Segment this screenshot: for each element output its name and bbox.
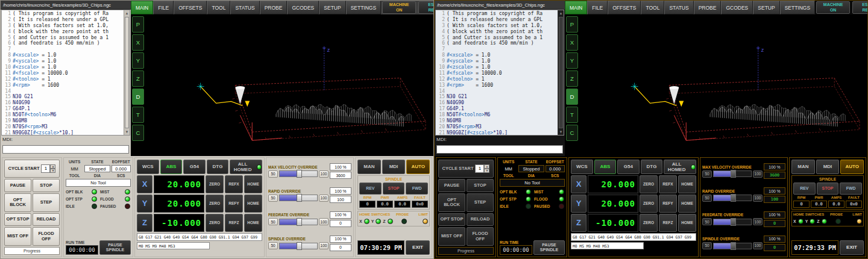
spindle-rev-button[interactable]: REV: [359, 183, 382, 195]
feedrate-min-button[interactable]: 50: [268, 218, 278, 225]
opt-stop-button[interactable]: OPT STOP: [4, 213, 31, 226]
y-home-button[interactable]: HOME: [244, 195, 262, 213]
spindle-slider[interactable]: [279, 243, 318, 249]
view-tool-button[interactable]: T: [566, 107, 578, 123]
max-velocity-max-button[interactable]: 100: [753, 170, 763, 178]
reload-button[interactable]: RELOAD: [467, 213, 494, 226]
y-zero-button[interactable]: ZERO: [206, 195, 224, 213]
feedrate-min-button[interactable]: 50: [702, 218, 712, 225]
x-zero-button[interactable]: ZERO: [640, 175, 658, 193]
y-home-button[interactable]: HOME: [678, 195, 696, 213]
menu-gcodes[interactable]: GCODES: [721, 1, 753, 14]
slider-handle[interactable]: [297, 170, 302, 178]
slider-handle[interactable]: [731, 242, 736, 250]
rapid-max-button[interactable]: 100: [753, 195, 763, 202]
menu-settings[interactable]: SETTINGS: [780, 1, 816, 14]
dtg-button[interactable]: DTG: [641, 160, 663, 174]
menu-file[interactable]: FILE: [587, 1, 608, 14]
spin-down-icon[interactable]: ▼: [484, 169, 489, 173]
z-home-button[interactable]: HOME: [678, 214, 696, 232]
scroll-thumb[interactable]: [559, 17, 563, 128]
exit-button[interactable]: EXIT: [406, 240, 430, 255]
scroll-down-icon[interactable]: ▼: [124, 129, 130, 135]
reload-button[interactable]: RELOAD: [33, 213, 60, 226]
view-z-button[interactable]: Z: [132, 70, 144, 87]
mdi-input[interactable]: [2, 145, 129, 154]
z-zero-button[interactable]: ZERO: [640, 214, 658, 232]
spindle-max-button[interactable]: 100: [319, 242, 329, 249]
menu-status[interactable]: STATUS: [664, 1, 693, 14]
cycle-count-spinner[interactable]: 1 ▲ ▼: [475, 164, 489, 173]
view-y-button[interactable]: Y: [132, 52, 144, 69]
man-mode-button[interactable]: MAN: [791, 160, 815, 174]
menu-probe[interactable]: PROBE: [260, 1, 288, 14]
y-axis-button[interactable]: Y: [571, 195, 587, 213]
z-axis-button[interactable]: Z: [137, 214, 153, 232]
z-zero-button[interactable]: ZERO: [206, 214, 224, 232]
max-velocity-max-button[interactable]: 100: [319, 170, 329, 178]
spin-up-icon[interactable]: ▲: [50, 164, 55, 169]
scroll-up-icon[interactable]: ▲: [124, 10, 130, 16]
spindle-stop-button[interactable]: STOP: [383, 183, 405, 195]
z-home-button[interactable]: HOME: [244, 214, 262, 232]
feedrate-max-button[interactable]: 100: [319, 218, 329, 225]
slider-handle[interactable]: [297, 194, 302, 202]
max-velocity-slider[interactable]: [279, 170, 318, 177]
flood-off-button[interactable]: FLOOD OFF: [33, 227, 60, 246]
spindle-rev-button[interactable]: REV: [793, 183, 816, 195]
feedrate-slider[interactable]: [279, 219, 318, 225]
x-axis-button[interactable]: X: [137, 175, 153, 193]
opt-stop-button[interactable]: OPT STOP: [438, 213, 465, 226]
spin-up-icon[interactable]: ▲: [484, 164, 489, 169]
menu-tool[interactable]: TOOL: [207, 1, 230, 14]
y-zero-button[interactable]: ZERO: [640, 195, 658, 213]
gcode-editor[interactable]: 1( This program is copyright of Ra2( It …: [435, 10, 564, 136]
rapid-max-button[interactable]: 100: [319, 195, 329, 202]
spindle-stop-button[interactable]: STOP: [817, 183, 839, 195]
view-y-button[interactable]: Y: [566, 52, 578, 69]
rapid-slider[interactable]: [279, 195, 318, 201]
gcode-editor[interactable]: 1( This program is copyright of Ra2( It …: [1, 10, 130, 136]
rapid-min-button[interactable]: 50: [268, 195, 278, 202]
abs-button[interactable]: ABS: [594, 160, 617, 174]
slider-handle[interactable]: [731, 194, 736, 202]
gremlin-preview[interactable]: Z: [145, 14, 433, 156]
feedrate-slider[interactable]: [713, 219, 752, 225]
machine-on-button[interactable]: MACHINE ON: [816, 1, 850, 14]
gremlin-preview[interactable]: Z: [579, 14, 867, 156]
feedrate-max-button[interactable]: 100: [753, 218, 763, 225]
y-axis-button[interactable]: Y: [137, 195, 153, 213]
x-ref-button[interactable]: REFX: [659, 175, 677, 193]
view-clear-button[interactable]: C: [132, 125, 144, 141]
man-mode-button[interactable]: MAN: [357, 160, 381, 174]
opt-block-button[interactable]: OPT BLOCK: [438, 193, 465, 212]
pause-button[interactable]: PAUSE: [4, 179, 31, 192]
mdi-mode-button[interactable]: MDI: [382, 160, 406, 174]
estop-reset-button[interactable]: ESTOP RESET: [852, 1, 868, 14]
auto-mode-button[interactable]: AUTO: [840, 160, 864, 174]
menu-status[interactable]: STATUS: [230, 1, 259, 14]
slider-handle[interactable]: [297, 242, 302, 250]
file-path-bar[interactable]: /home/chris/linuxcnc/nc_files/examples/3…: [1, 1, 131, 10]
menu-settings[interactable]: SETTINGS: [346, 1, 382, 14]
menu-offsets[interactable]: OFFSETS: [174, 1, 207, 14]
spindle-fwd-button[interactable]: FWD: [406, 183, 428, 195]
view-x-button[interactable]: X: [566, 34, 578, 51]
spindle-min-button[interactable]: 50: [268, 242, 278, 249]
view-dimensions-button[interactable]: D: [566, 89, 578, 105]
view-perspective-button[interactable]: P: [566, 16, 578, 33]
dtg-button[interactable]: DTG: [207, 160, 229, 174]
rapid-slider[interactable]: [713, 195, 752, 201]
wcs-button[interactable]: WCS: [137, 160, 159, 174]
all-homed-button[interactable]: ALL HOMED: [664, 160, 696, 174]
slider-handle[interactable]: [731, 170, 736, 178]
z-ref-button[interactable]: REFZ: [659, 214, 677, 232]
g54-button[interactable]: G54: [617, 160, 640, 174]
auto-mode-button[interactable]: AUTO: [406, 160, 430, 174]
spindle-fwd-button[interactable]: FWD: [840, 183, 862, 195]
step-button[interactable]: STEP: [33, 193, 60, 212]
menu-setup[interactable]: SETUP: [753, 1, 779, 14]
rapid-min-button[interactable]: 50: [702, 195, 712, 202]
max-velocity-min-button[interactable]: 50: [702, 170, 712, 178]
view-tool-button[interactable]: T: [132, 107, 144, 123]
